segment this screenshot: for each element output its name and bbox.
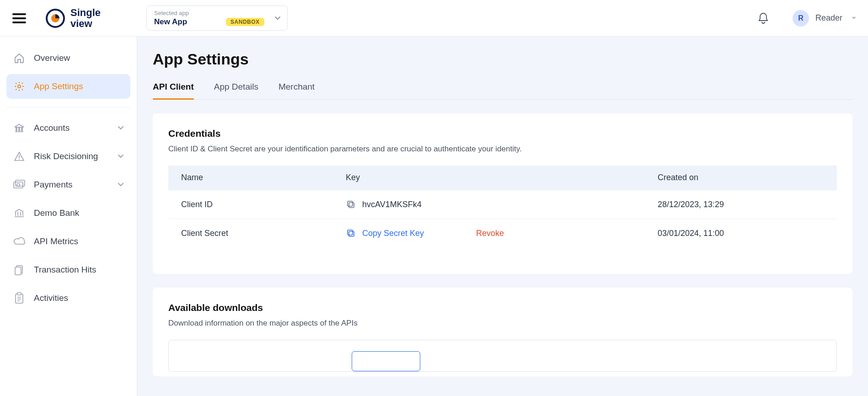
sidebar-item-label: API Metrics xyxy=(34,236,124,246)
product-logo[interactable]: Single view xyxy=(46,7,101,28)
main-content: App Settings API Client App Details Merc… xyxy=(137,37,868,396)
sidebar-nav: Overview App Settings Accounts xyxy=(0,37,137,396)
chevron-down-icon xyxy=(118,182,124,188)
sidebar-item-accounts[interactable]: Accounts xyxy=(6,116,130,140)
caret-down-icon xyxy=(851,15,857,21)
sidebar-item-label: Risk Decisioning xyxy=(34,151,118,161)
cred-created: 28/12/2023, 13:29 xyxy=(645,190,837,219)
doc-icon xyxy=(13,263,26,276)
sidebar-item-activities[interactable]: Activities xyxy=(6,286,130,310)
svg-rect-14 xyxy=(348,201,353,206)
credentials-table: Name Key Created on Client ID xyxy=(168,166,837,247)
hamburger-icon xyxy=(12,13,26,23)
logo-text-line2: view xyxy=(70,18,101,29)
gear-icon xyxy=(13,80,26,93)
col-key: Key xyxy=(333,166,645,190)
selected-app-name: New App xyxy=(154,17,187,27)
app-selector-label: Selected app xyxy=(154,10,264,16)
cred-name: Client Secret xyxy=(168,219,333,248)
svg-rect-6 xyxy=(14,182,23,188)
chevron-down-icon xyxy=(118,153,124,160)
tab-bar: API Client App Details Merchant xyxy=(153,82,852,100)
credentials-card: Credentials Client ID & Client Secret ar… xyxy=(153,113,852,274)
svg-rect-15 xyxy=(349,231,354,236)
env-badge: SANDBOX xyxy=(226,18,264,26)
cloud-icon xyxy=(13,235,26,248)
sidebar-item-label: Activities xyxy=(34,293,124,303)
sidebar-item-label: App Settings xyxy=(34,81,124,91)
sidebar-item-label: Accounts xyxy=(34,123,118,133)
sidebar-item-overview[interactable]: Overview xyxy=(6,46,130,70)
sidebar-item-label: Overview xyxy=(34,53,124,63)
tab-app-details[interactable]: App Details xyxy=(214,82,258,99)
credentials-description: Client ID & Client Secret are your ident… xyxy=(168,144,837,154)
app-selector-dropdown[interactable]: Selected app New App SANDBOX xyxy=(146,5,288,31)
tab-merchant[interactable]: Merchant xyxy=(279,82,315,99)
sidebar-item-transaction-hits[interactable]: Transaction Hits xyxy=(6,257,130,282)
col-created: Created on xyxy=(645,166,837,190)
svg-rect-10 xyxy=(15,267,21,275)
revoke-secret-link[interactable]: Revoke xyxy=(476,229,504,238)
sidebar-item-payments[interactable]: Payments xyxy=(6,172,130,197)
svg-rect-16 xyxy=(348,230,353,235)
table-row: Client Secret Copy Secret Key Revoke 03/… xyxy=(168,219,837,248)
user-menu-button[interactable]: R Reader xyxy=(793,10,857,27)
svg-rect-1 xyxy=(12,17,26,19)
bell-icon xyxy=(758,12,769,24)
logo-text: Single view xyxy=(70,7,101,28)
table-row: Client ID hvcAV1MKSFk4 28/12/2023, 13:29 xyxy=(168,190,837,219)
sidebar-item-api-metrics[interactable]: API Metrics xyxy=(6,229,130,254)
credentials-heading: Credentials xyxy=(168,128,837,139)
downloads-description: Download information on the major aspect… xyxy=(168,319,837,328)
svg-point-5 xyxy=(18,85,21,88)
clipboard-icon xyxy=(13,292,26,305)
col-name: Name xyxy=(168,166,333,190)
sidebar-item-label: Payments xyxy=(34,180,118,190)
avatar: R xyxy=(793,10,809,27)
home-icon xyxy=(13,52,26,64)
sidebar-item-app-settings[interactable]: App Settings xyxy=(6,74,130,99)
menu-toggle-button[interactable] xyxy=(11,10,27,27)
svg-rect-13 xyxy=(349,203,354,208)
cash-icon xyxy=(13,178,26,191)
chevron-down-icon xyxy=(274,15,281,21)
sidebar-item-label: Demo Bank xyxy=(34,208,124,218)
warning-icon xyxy=(13,150,26,163)
tab-api-client[interactable]: API Client xyxy=(153,82,194,99)
notifications-button[interactable] xyxy=(754,9,772,27)
chevron-down-icon xyxy=(118,125,124,131)
client-id-value: hvcAV1MKSFk4 xyxy=(362,200,422,209)
svg-rect-12 xyxy=(17,293,21,295)
sidebar-item-demo-bank[interactable]: Demo Bank xyxy=(6,201,130,225)
bank-icon xyxy=(13,122,26,134)
sidebar-item-risk-decisioning[interactable]: Risk Decisioning xyxy=(6,144,130,169)
cred-created: 03/01/2024, 11:00 xyxy=(645,219,837,248)
download-button-outline[interactable] xyxy=(352,351,420,371)
sidebar-divider xyxy=(6,107,130,107)
user-name-label: Reader xyxy=(815,13,842,23)
app-header: Single view Selected app New App SANDBOX… xyxy=(0,0,868,37)
svg-rect-11 xyxy=(16,294,23,303)
downloads-heading: Available downloads xyxy=(168,302,837,313)
cred-name: Client ID xyxy=(168,190,333,219)
page-title: App Settings xyxy=(153,50,852,68)
logo-text-line1: Single xyxy=(70,7,101,18)
downloads-card: Available downloads Download information… xyxy=(153,288,852,376)
copy-secret-key-link[interactable]: Copy Secret Key xyxy=(362,229,424,238)
copy-icon[interactable] xyxy=(346,199,356,209)
svg-rect-0 xyxy=(12,13,26,15)
logo-mark-icon xyxy=(46,9,65,28)
copy-icon[interactable] xyxy=(346,228,356,238)
sidebar-item-label: Transaction Hits xyxy=(34,265,124,275)
svg-rect-2 xyxy=(12,21,26,23)
downloads-row xyxy=(168,340,837,372)
bank2-icon xyxy=(13,207,26,219)
